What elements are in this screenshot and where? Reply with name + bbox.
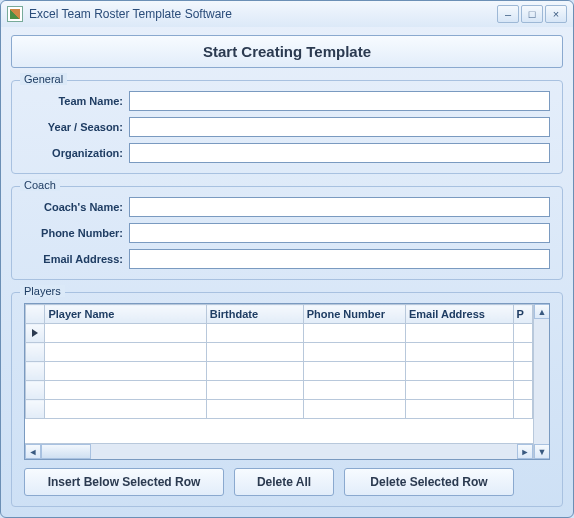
col-player-name[interactable]: Player Name xyxy=(45,305,206,324)
delete-all-button[interactable]: Delete All xyxy=(234,468,334,496)
organization-label: Organization: xyxy=(24,147,129,159)
col-phone[interactable]: Phone Number xyxy=(303,305,405,324)
insert-row-button[interactable]: Insert Below Selected Row xyxy=(24,468,224,496)
window-title: Excel Team Roster Template Software xyxy=(29,7,232,21)
start-creating-button[interactable]: Start Creating Template xyxy=(11,35,563,68)
team-name-label: Team Name: xyxy=(24,95,129,107)
coach-legend: Coach xyxy=(20,179,60,191)
app-icon xyxy=(7,6,23,22)
maximize-button[interactable]: □ xyxy=(521,5,543,23)
table-row[interactable] xyxy=(26,381,533,400)
players-legend: Players xyxy=(20,285,65,297)
table-row[interactable] xyxy=(26,400,533,419)
players-button-row: Insert Below Selected Row Delete All Del… xyxy=(24,468,550,496)
general-group: General Team Name: Year / Season: Organi… xyxy=(11,80,563,174)
titlebar[interactable]: Excel Team Roster Template Software – □ … xyxy=(1,1,573,27)
row-pointer-icon xyxy=(32,329,38,337)
organization-input[interactable] xyxy=(129,143,550,163)
table-row[interactable] xyxy=(26,343,533,362)
content-area: Start Creating Template General Team Nam… xyxy=(1,27,573,517)
coach-name-label: Coach's Name: xyxy=(24,201,129,213)
scroll-left-icon[interactable]: ◄ xyxy=(25,444,41,459)
minimize-button[interactable]: – xyxy=(497,5,519,23)
players-table[interactable]: Player Name Birthdate Phone Number Email… xyxy=(25,304,533,419)
coach-phone-input[interactable] xyxy=(129,223,550,243)
scroll-down-icon[interactable]: ▼ xyxy=(534,444,549,459)
players-group: Players Player Name Birthdate Phone Numb… xyxy=(11,292,563,507)
row-header-blank xyxy=(26,305,45,324)
close-button[interactable]: × xyxy=(545,5,567,23)
col-birthdate[interactable]: Birthdate xyxy=(206,305,303,324)
coach-group: Coach Coach's Name: Phone Number: Email … xyxy=(11,186,563,280)
col-p[interactable]: P xyxy=(513,305,532,324)
table-row[interactable] xyxy=(26,324,533,343)
coach-email-input[interactable] xyxy=(129,249,550,269)
year-season-input[interactable] xyxy=(129,117,550,137)
horizontal-scrollbar[interactable]: ◄ ► xyxy=(25,443,533,459)
coach-email-label: Email Address: xyxy=(24,253,129,265)
vertical-scrollbar[interactable]: ▲ ▼ xyxy=(533,304,549,459)
coach-name-input[interactable] xyxy=(129,197,550,217)
app-window: Excel Team Roster Template Software – □ … xyxy=(0,0,574,518)
table-row[interactable] xyxy=(26,362,533,381)
hscroll-thumb[interactable] xyxy=(41,444,91,459)
year-season-label: Year / Season: xyxy=(24,121,129,133)
scroll-up-icon[interactable]: ▲ xyxy=(534,304,549,319)
table-header-row: Player Name Birthdate Phone Number Email… xyxy=(26,305,533,324)
general-legend: General xyxy=(20,73,67,85)
team-name-input[interactable] xyxy=(129,91,550,111)
row-pointer-cell xyxy=(26,324,45,343)
col-email[interactable]: Email Address xyxy=(405,305,513,324)
players-grid[interactable]: Player Name Birthdate Phone Number Email… xyxy=(24,303,550,460)
coach-phone-label: Phone Number: xyxy=(24,227,129,239)
delete-selected-button[interactable]: Delete Selected Row xyxy=(344,468,514,496)
scroll-right-icon[interactable]: ► xyxy=(517,444,533,459)
